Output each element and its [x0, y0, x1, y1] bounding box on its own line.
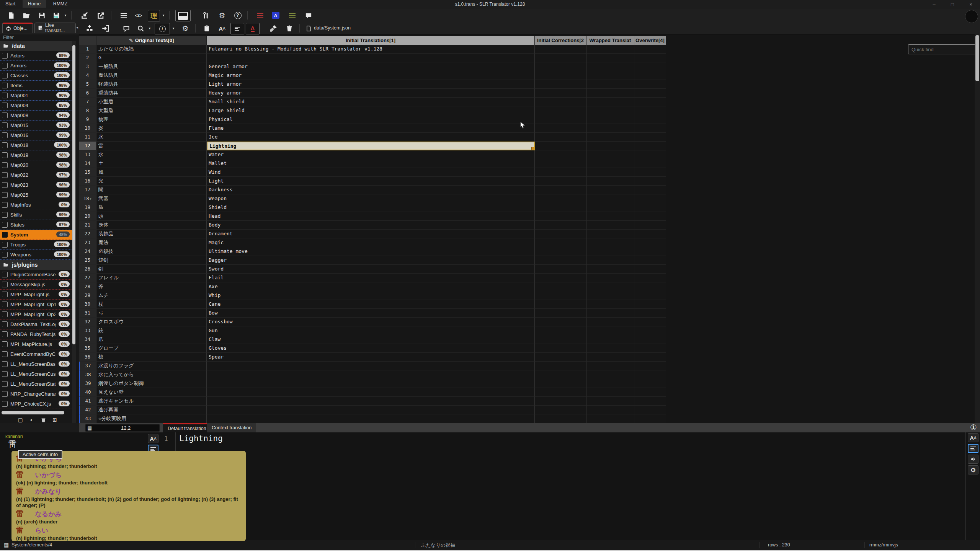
cell-reference-box[interactable]: ▦ 12,2: [85, 424, 160, 432]
correction-cell[interactable]: [535, 71, 586, 80]
overwrite-cell[interactable]: [634, 274, 666, 282]
row-number[interactable]: 9: [79, 115, 96, 124]
original-text-cell[interactable]: 斧: [96, 282, 207, 291]
file-checkbox[interactable]: [2, 341, 8, 347]
file-checkbox[interactable]: [2, 381, 8, 387]
overwrite-cell[interactable]: [634, 388, 666, 397]
fill-handle[interactable]: [531, 147, 535, 150]
original-text-cell[interactable]: 土: [96, 159, 207, 168]
original-text-cell[interactable]: ふたなりの祝福: [96, 45, 207, 54]
translation-cell[interactable]: Claw: [207, 335, 535, 344]
translation-cell[interactable]: Ultimate move: [207, 247, 535, 256]
translation-cell[interactable]: General armor: [207, 62, 535, 71]
overwrite-cell[interactable]: [634, 344, 666, 353]
original-text-cell[interactable]: 剣: [96, 265, 207, 274]
wrapped-cell[interactable]: [586, 379, 634, 388]
import-button[interactable]: [78, 10, 92, 21]
original-text-cell[interactable]: フレイル: [96, 274, 207, 282]
wrapped-cell[interactable]: [586, 344, 634, 353]
overwrite-cell[interactable]: [634, 414, 666, 423]
menu-rmmz[interactable]: RMMZ: [48, 0, 73, 8]
speech-button[interactable]: [968, 455, 978, 464]
original-text-cell[interactable]: クロスボウ: [96, 318, 207, 326]
original-text-cell[interactable]: 必殺技: [96, 247, 207, 256]
file-checkbox[interactable]: [2, 252, 8, 258]
sidebar-file-item[interactable]: MPI_MapPicture.js 0%: [0, 339, 72, 349]
file-checkbox[interactable]: [2, 63, 8, 68]
translation-cell[interactable]: Whip: [207, 291, 535, 300]
original-text-cell[interactable]: グローブ: [96, 344, 207, 353]
correction-cell[interactable]: [535, 406, 586, 414]
correction-cell[interactable]: [535, 265, 586, 274]
sidebar-file-item[interactable]: MPP_MapLight_Op1.js 0%: [0, 300, 72, 310]
translation-cell[interactable]: Mallet: [207, 159, 535, 168]
translation-cell[interactable]: Magic: [207, 238, 535, 247]
overwrite-cell[interactable]: [634, 362, 666, 370]
translate-button[interactable]: A: [269, 10, 283, 21]
original-text-cell[interactable]: G: [96, 54, 207, 62]
wrapped-cell[interactable]: [586, 168, 634, 177]
correction-cell[interactable]: [535, 335, 586, 344]
paste-button[interactable]: [200, 23, 214, 34]
row-number[interactable]: 19: [79, 203, 96, 212]
file-checkbox[interactable]: [2, 122, 8, 128]
file-checkbox[interactable]: [2, 202, 8, 208]
sidebar-file-item[interactable]: Map019 98%: [0, 150, 72, 160]
file-checkbox[interactable]: [2, 73, 8, 78]
file-checkbox[interactable]: [2, 361, 8, 367]
file-checkbox[interactable]: [2, 331, 8, 337]
sidebar-file-item[interactable]: Map025 99%: [0, 190, 72, 200]
correction-cell[interactable]: [535, 274, 586, 282]
original-text-cell[interactable]: 一般防具: [96, 62, 207, 71]
wrapped-cell[interactable]: [586, 150, 634, 159]
file-checkbox[interactable]: [2, 242, 8, 248]
correction-cell[interactable]: [535, 362, 586, 370]
row-number[interactable]: 21: [79, 221, 96, 230]
overwrite-cell[interactable]: [634, 230, 666, 238]
original-text-cell[interactable]: 武器: [96, 194, 207, 203]
file-checkbox[interactable]: [2, 192, 8, 198]
wrapped-cell[interactable]: [586, 89, 634, 98]
overwrite-cell[interactable]: [634, 212, 666, 221]
overwrite-cell[interactable]: [634, 379, 666, 388]
wrapped-cell[interactable]: [586, 159, 634, 168]
row-number[interactable]: 35: [79, 344, 96, 353]
header-wrapped-translations[interactable]: Wrapped Translat: [586, 36, 634, 45]
overwrite-cell[interactable]: [634, 221, 666, 230]
original-text-cell[interactable]: 盾: [96, 203, 207, 212]
correction-cell[interactable]: [535, 54, 586, 62]
overwrite-cell[interactable]: [634, 71, 666, 80]
translation-cell[interactable]: Flame: [207, 124, 535, 133]
sidebar-hscroll-thumb[interactable]: [2, 411, 64, 414]
original-text-cell[interactable]: 水渡りのフラグ: [96, 362, 207, 370]
original-text-cell[interactable]: 闇: [96, 186, 207, 194]
align-settings-button[interactable]: [230, 23, 244, 34]
overwrite-cell[interactable]: [634, 282, 666, 291]
invert-selection-button[interactable]: ◐: [28, 416, 36, 423]
header-original-texts[interactable]: ✎ Original Texts[0]: [96, 36, 207, 45]
file-checkbox[interactable]: [2, 212, 8, 218]
overwrite-cell[interactable]: [634, 300, 666, 309]
overwrite-cell[interactable]: [634, 353, 666, 362]
row-number[interactable]: 22: [79, 230, 96, 238]
original-text-cell[interactable]: 綱渡しのボタン制御: [96, 379, 207, 388]
correction-cell[interactable]: [535, 106, 586, 115]
wrapped-cell[interactable]: [586, 414, 634, 423]
overwrite-cell[interactable]: [634, 150, 666, 159]
tab-objects[interactable]: Obje...: [2, 23, 33, 33]
overwrite-cell[interactable]: [634, 45, 666, 54]
correction-cell[interactable]: [535, 344, 586, 353]
export-button[interactable]: [94, 10, 108, 21]
settings-gears-button[interactable]: ⚙: [215, 10, 229, 21]
wrapped-cell[interactable]: [586, 186, 634, 194]
wrapped-cell[interactable]: [586, 142, 634, 150]
original-text-cell[interactable]: 光: [96, 177, 207, 186]
translation-cell[interactable]: Head: [207, 212, 535, 221]
translation-cell[interactable]: Light armor: [207, 80, 535, 89]
wrapped-cell[interactable]: [586, 106, 634, 115]
overwrite-cell[interactable]: [634, 80, 666, 89]
original-text-cell[interactable]: 槍: [96, 353, 207, 362]
sidebar-file-item[interactable]: States 97%: [0, 220, 72, 230]
sidebar-file-item[interactable]: System 48%: [0, 230, 72, 240]
wrapped-cell[interactable]: [586, 238, 634, 247]
